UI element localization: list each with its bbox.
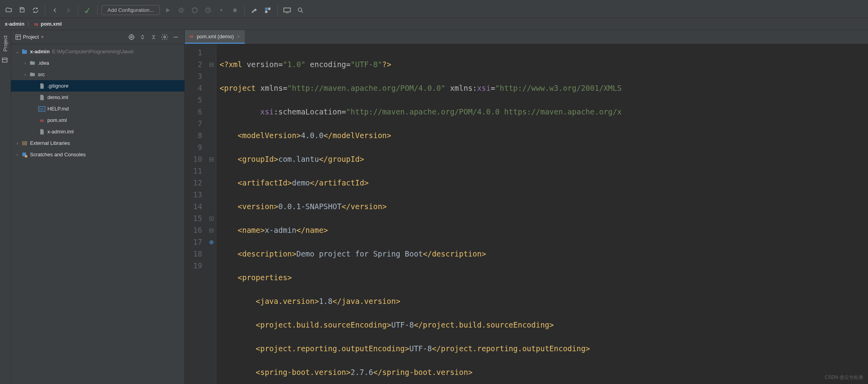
project-panel: Project ▾ ⌄ x-admin E:\MyComputer\Progra… — [11, 30, 185, 384]
svg-rect-6 — [284, 8, 290, 12]
tab-label: pom.xml (demo) — [197, 34, 234, 39]
svg-rect-3 — [265, 7, 267, 10]
tree-label: Scratches and Consoles — [30, 152, 86, 157]
svg-rect-13 — [22, 50, 27, 54]
tab-pom[interactable]: m pom.xml (demo) × — [185, 30, 245, 44]
fold-gutter[interactable]: ⊟ ⊟ ⊡⊟⊕ — [207, 44, 216, 384]
svg-point-18 — [25, 155, 28, 157]
chevron-down-icon[interactable]: ▾ — [41, 34, 44, 40]
wrench-icon[interactable] — [249, 5, 260, 16]
svg-text:MD: MD — [39, 108, 44, 111]
toolbar-separator — [97, 6, 98, 15]
project-tool-button[interactable]: Project — [2, 32, 8, 54]
svg-rect-2 — [233, 8, 237, 11]
open-icon[interactable] — [3, 5, 14, 16]
tree-folder-idea[interactable]: › .idea — [11, 57, 184, 69]
project-panel-header: Project ▾ — [11, 30, 184, 44]
code-editor[interactable]: 12345678910111213141516171819 ⊟ ⊟ ⊡⊟⊕ <?… — [185, 44, 868, 384]
chevron-right-icon[interactable]: › — [14, 140, 21, 146]
chevron-right-icon[interactable]: › — [14, 152, 21, 157]
svg-point-0 — [180, 9, 183, 12]
svg-rect-8 — [2, 58, 7, 62]
chevron-down-icon[interactable]: ⌄ — [14, 49, 21, 54]
tree-file-help[interactable]: MD HELP.md — [11, 103, 184, 114]
avd-icon[interactable] — [282, 5, 293, 16]
collapse-all-icon[interactable] — [149, 32, 158, 42]
coverage-icon[interactable] — [189, 5, 200, 16]
left-tool-rail: Project — [0, 30, 11, 384]
breadcrumb-file[interactable]: pom.xml — [41, 21, 62, 27]
chevron-right-icon[interactable]: › — [22, 71, 28, 77]
debug-icon[interactable] — [176, 5, 187, 16]
tree-external-libs[interactable]: › External Libraries — [11, 137, 184, 149]
main-toolbar: Add Configuration... ▾ — [0, 2, 868, 18]
tree-label: x-admin.iml — [47, 129, 73, 135]
svg-rect-14 — [22, 49, 24, 51]
file-icon — [38, 94, 46, 101]
tree-label: x-admin — [30, 49, 50, 54]
run-config-button[interactable]: Add Configuration... — [101, 5, 160, 15]
profile-icon[interactable] — [203, 5, 214, 16]
line-gutter: 12345678910111213141516171819 — [185, 44, 207, 384]
gear-icon[interactable] — [160, 32, 169, 42]
file-icon — [38, 83, 46, 89]
tree-label: HELP.md — [47, 106, 69, 112]
tree-root[interactable]: ⌄ x-admin E:\MyComputer\Programming\Java… — [11, 46, 184, 57]
svg-point-7 — [298, 8, 302, 11]
breadcrumb: x-admin 〉 m pom.xml — [0, 18, 868, 30]
module-icon — [21, 49, 28, 55]
svg-point-11 — [129, 35, 134, 39]
svg-point-12 — [164, 36, 166, 38]
svg-rect-4 — [268, 7, 271, 10]
tree-file-admin-iml[interactable]: x-admin.iml — [11, 126, 184, 137]
svg-rect-5 — [265, 10, 267, 13]
library-icon — [21, 140, 28, 146]
toolbar-separator — [45, 6, 45, 15]
toolbar-separator — [277, 6, 278, 15]
project-view-icon — [15, 34, 21, 40]
tree-scratches[interactable]: › Scratches and Consoles — [11, 149, 184, 160]
folder-icon — [28, 60, 36, 66]
locate-icon[interactable] — [127, 32, 136, 42]
chevron-right-icon[interactable]: › — [22, 60, 28, 66]
dropdown-icon[interactable]: ▾ — [216, 5, 227, 16]
toolbar-separator — [244, 6, 245, 15]
search-everywhere-icon[interactable] — [295, 5, 306, 16]
tree-file-demo-iml[interactable]: demo.iml — [11, 92, 184, 103]
maven-icon: m — [38, 117, 46, 124]
close-icon[interactable]: × — [237, 34, 240, 39]
expand-all-icon[interactable] — [138, 32, 147, 42]
tree-label: demo.iml — [47, 94, 68, 100]
tree-file-pom[interactable]: m pom.xml — [11, 114, 184, 126]
forward-icon[interactable] — [63, 5, 74, 16]
save-all-icon[interactable] — [17, 5, 28, 16]
bookmarks-icon[interactable] — [1, 57, 10, 66]
stop-icon[interactable] — [229, 5, 240, 16]
run-icon[interactable] — [162, 5, 173, 16]
project-panel-title[interactable]: Project — [23, 34, 39, 40]
toolbar-separator — [78, 6, 78, 15]
markdown-icon: MD — [38, 106, 46, 112]
build-icon[interactable] — [82, 5, 93, 16]
structure-icon[interactable] — [262, 5, 273, 16]
maven-icon: m — [34, 21, 38, 27]
breadcrumb-root[interactable]: x-admin — [5, 21, 24, 27]
svg-rect-9 — [16, 35, 21, 39]
sync-icon[interactable] — [30, 5, 41, 16]
tree-path: E:\MyComputer\Programming\Java\ — [52, 49, 134, 54]
back-icon[interactable] — [49, 5, 60, 16]
svg-point-10 — [131, 36, 133, 38]
scratches-icon — [21, 152, 28, 158]
tree-folder-src[interactable]: › src — [11, 69, 184, 80]
tree-label: External Libraries — [30, 140, 70, 146]
chevron-right-icon: 〉 — [27, 21, 32, 28]
tree-label: .gitignore — [47, 83, 68, 89]
maven-icon: m — [190, 33, 194, 39]
tree-label: pom.xml — [47, 117, 67, 123]
editor-area: m pom.xml (demo) × 123456789101112131415… — [185, 30, 868, 384]
hide-icon[interactable] — [171, 32, 180, 42]
folder-icon — [28, 71, 36, 78]
project-tree[interactable]: ⌄ x-admin E:\MyComputer\Programming\Java… — [11, 44, 184, 384]
code-content[interactable]: <?xml version="1.0" encoding="UTF-8"?> <… — [216, 44, 868, 384]
tree-file-gitignore[interactable]: .gitignore — [11, 80, 184, 92]
